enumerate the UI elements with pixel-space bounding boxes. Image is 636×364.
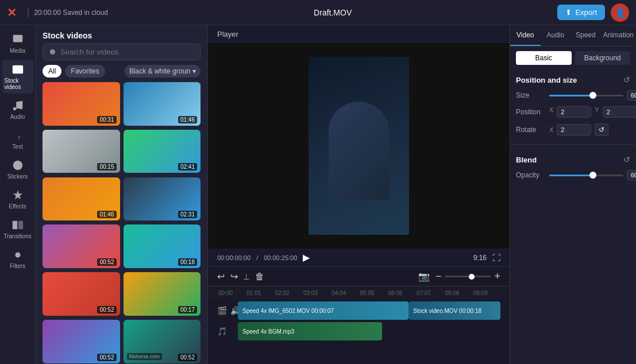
size-slider[interactable] xyxy=(549,95,623,96)
list-item[interactable]: 00:17 xyxy=(124,272,201,316)
sidebar-item-filters-label: Filters xyxy=(10,263,25,269)
avatar[interactable]: 👤 xyxy=(611,3,629,22)
redo-button[interactable]: ↪ xyxy=(230,271,238,282)
list-item[interactable]: filehorse.com00:52 xyxy=(124,320,201,363)
sidebar-item-media[interactable]: Media xyxy=(2,30,33,57)
blend-section: Blend ↺ xyxy=(510,149,636,168)
pos-y-input[interactable] xyxy=(603,106,636,118)
play-button[interactable]: ▶ xyxy=(303,252,310,263)
stock-clip-label: Stock video.MOV 00:00:18 xyxy=(413,308,481,314)
list-item[interactable]: 00:15 xyxy=(43,130,120,173)
list-item[interactable]: 01:46 xyxy=(43,177,120,221)
svg-point-3 xyxy=(13,107,16,111)
zoom-row: − + xyxy=(435,270,500,282)
rotate-toggle-button[interactable]: ↺ xyxy=(595,123,608,136)
tab-speed[interactable]: Speed xyxy=(571,25,601,46)
thumb-duration: 00:31 xyxy=(97,116,116,123)
fullscreen-button[interactable]: ⛶ xyxy=(492,253,500,262)
position-size-reset[interactable]: ↺ xyxy=(623,75,630,84)
opacity-slider[interactable] xyxy=(549,175,623,176)
zoom-in-button[interactable]: + xyxy=(494,270,500,282)
ruler-mark: 00:00 xyxy=(217,290,245,296)
thumb-duration: 00:18 xyxy=(178,258,197,266)
search-input[interactable] xyxy=(60,48,194,56)
audio-label-area: 🎵 xyxy=(217,327,238,336)
svg-rect-0 xyxy=(13,35,22,42)
search-icon xyxy=(49,48,57,56)
list-item[interactable]: 02:41 xyxy=(124,130,201,173)
split-button[interactable]: ⟂ xyxy=(244,272,249,282)
list-item[interactable]: 00:52 xyxy=(43,272,120,316)
sidebar-item-effects[interactable]: Effects xyxy=(2,185,33,213)
list-item[interactable]: 00:52 xyxy=(43,224,120,268)
svg-point-11 xyxy=(15,252,20,257)
svg-rect-9 xyxy=(12,221,17,230)
video-grid: 00:31 01:46 00:15 02:41 01:46 02:31 00:5… xyxy=(36,82,207,364)
ruler-mark: 03:03 xyxy=(302,290,330,296)
current-time: 00:00:00:00 xyxy=(217,254,250,261)
video-track-icon[interactable]: 🎬 xyxy=(217,306,227,315)
sidebar-item-effects-label: Effects xyxy=(9,203,26,210)
list-item[interactable]: 00:18 xyxy=(124,224,201,268)
audio-track-row: 🎵 Speed 4x BGM.mp3 xyxy=(217,322,500,340)
zoom-slider[interactable] xyxy=(445,276,491,277)
pos-x-input[interactable] xyxy=(557,106,591,118)
export-label: Export xyxy=(575,8,597,17)
sidebar-item-stickers[interactable]: Stickers xyxy=(2,156,33,183)
stickers-icon xyxy=(11,159,24,172)
sidebar-item-audio[interactable]: Audio xyxy=(2,96,33,123)
player-canvas xyxy=(208,43,510,249)
tab-video[interactable]: Video xyxy=(510,25,541,46)
export-button[interactable]: ⬆ Export xyxy=(557,5,605,20)
sidebar-item-stock-videos[interactable]: Stock videos xyxy=(2,60,33,94)
sidebar-item-transitions[interactable]: Transitions xyxy=(2,215,33,243)
audio-track-icon[interactable]: 🎵 xyxy=(217,327,227,336)
svg-point-12 xyxy=(50,49,55,54)
camera-button[interactable]: 📷 xyxy=(418,271,430,282)
filter-all[interactable]: All xyxy=(43,65,61,78)
ruler-mark: 01:01 xyxy=(245,290,273,296)
sidebar-item-stickers-label: Stickers xyxy=(7,173,28,180)
filter-dropdown-label: Black & white groun xyxy=(129,67,190,75)
undo-button[interactable]: ↩ xyxy=(217,271,225,282)
thumb-duration: 00:52 xyxy=(97,354,116,361)
opacity-value: 60% xyxy=(627,170,636,180)
sub-tab-basic[interactable]: Basic xyxy=(516,51,572,65)
tab-audio[interactable]: Audio xyxy=(541,25,571,46)
thumb-duration: 01:46 xyxy=(97,211,116,218)
tab-animation[interactable]: Animation xyxy=(601,25,636,46)
svg-point-7 xyxy=(16,164,17,165)
sidebar-item-filters[interactable]: Filters xyxy=(2,245,33,273)
ruler-mark: 09:09 xyxy=(472,290,500,296)
thumb-duration: 01:46 xyxy=(178,116,197,123)
blend-reset[interactable]: ↺ xyxy=(623,155,630,164)
zoom-out-button[interactable]: − xyxy=(435,270,442,282)
list-item[interactable]: 00:52 xyxy=(43,320,120,363)
icon-sidebar: Media Stock videos Audio T Text Stickers… xyxy=(0,25,36,364)
search-bar[interactable] xyxy=(43,44,201,60)
list-item[interactable]: 02:31 xyxy=(124,177,201,221)
app-logo: ✕ xyxy=(7,6,17,20)
right-panel: Video Audio Speed Animation Basic Backgr… xyxy=(510,25,636,364)
stock-clip[interactable]: Stock video.MOV 00:00:18 xyxy=(408,301,500,320)
sidebar-item-audio-label: Audio xyxy=(10,114,25,120)
list-item[interactable]: 00:31 xyxy=(43,82,120,126)
filter-favorites[interactable]: Favorites xyxy=(65,65,105,78)
rotate-x-input[interactable] xyxy=(557,124,591,135)
delete-button[interactable]: 🗑 xyxy=(255,272,264,282)
audio-clip[interactable]: Speed 4x BGM.mp3 xyxy=(238,322,382,340)
main-clip[interactable]: Speed 4x IMG_6502.MOV 00:00:07 xyxy=(238,301,408,320)
thumb-duration: 00:52 xyxy=(97,258,116,266)
transitions-icon xyxy=(11,219,24,231)
sub-tab-background[interactable]: Background xyxy=(575,51,631,65)
main-clip-label: Speed 4x IMG_6502.MOV 00:00:07 xyxy=(242,308,334,314)
thumb-duration: 00:52 xyxy=(97,306,116,313)
pos-x-label: X xyxy=(549,106,553,118)
ruler-mark: 04:04 xyxy=(330,290,359,296)
filter-dropdown[interactable]: Black & white groun ▾ xyxy=(125,65,201,78)
list-item[interactable]: 01:46 xyxy=(124,82,201,126)
text-icon: T xyxy=(11,129,24,142)
timeline-tracks: 🎬 🔊 Speed 4x IMG_6502.MOV 00:00:07 Stock… xyxy=(208,299,510,364)
sidebar-item-text[interactable]: T Text xyxy=(2,126,33,153)
filters-icon xyxy=(11,249,24,261)
